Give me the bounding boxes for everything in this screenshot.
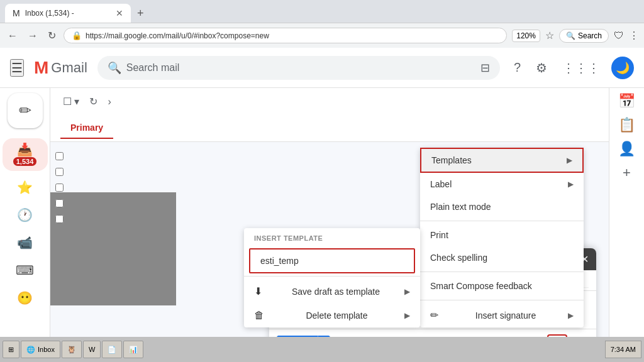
sidebar-item-keyboard[interactable]: ⌨ <box>3 259 48 282</box>
taskbar: ⊞ 🌐 Inbox 🦉 W 📄 📊 7:34 AM <box>0 337 644 362</box>
insert-signature-label: Insert signature <box>475 310 536 321</box>
mail-checkbox-4[interactable] <box>55 199 64 207</box>
settings-button[interactable]: ⚙ <box>532 57 551 79</box>
primary-tab[interactable]: Primary <box>60 118 113 139</box>
main-content: ☐ ▾ ↻ › Primary <box>50 88 609 362</box>
gmail-app: ☰ M Gmail 🔍 Search mail ⊟ ? ⚙ ⋮⋮⋮ 🌙 ✏ 📥 … <box>0 48 644 362</box>
mail-checkbox-5[interactable] <box>55 215 64 223</box>
mail-checkbox-3[interactable] <box>55 184 64 192</box>
template-submenu: INSERT TEMPLATE esti_temp ⬇ Save draft a… <box>244 228 420 327</box>
mail-list-placeholder <box>50 192 176 305</box>
calendar-button[interactable]: 📅 <box>618 93 635 109</box>
gmail-text: Gmail <box>51 60 87 76</box>
inbox-icon: 📥 <box>17 142 33 157</box>
taskbar-time: 7:34 AM <box>605 341 641 358</box>
delete-template-item[interactable]: 🗑 Delete template ▶ <box>244 304 420 327</box>
refresh-button[interactable]: ↻ <box>45 27 58 44</box>
taskbar-item-start[interactable]: ⊞ <box>3 341 19 358</box>
taskbar-item-owl[interactable]: 🦉 <box>62 341 82 358</box>
label-chevron: ▶ <box>568 180 574 189</box>
smart-compose-label: Smart Compose feedback <box>430 281 532 291</box>
keyboard-icon: ⌨ <box>16 263 34 278</box>
gmail-m-icon: M <box>34 58 48 78</box>
template-item-label: esti_temp <box>260 256 299 266</box>
sidebar-item-meet[interactable]: 📹 <box>3 231 48 254</box>
taskbar-item-browser[interactable]: 🌐 Inbox <box>21 341 60 358</box>
menu-item-print[interactable]: Print <box>420 224 584 246</box>
owl-icon: 🦉 <box>67 346 76 354</box>
left-sidebar: ✏ 📥 1,534 ⭐ 🕐 📹 ⌨ 😶 <box>0 88 50 362</box>
menu-divider-1 <box>420 221 584 221</box>
bookmark-button[interactable]: ☆ <box>545 30 554 41</box>
apps-button[interactable]: ⋮⋮⋮ <box>558 57 604 79</box>
menu-item-smart-compose[interactable]: Smart Compose feedback <box>420 275 584 297</box>
search-icon: 🔍 <box>108 61 121 75</box>
zoom-badge: 120% <box>512 30 540 42</box>
sidebar-item-inbox[interactable]: 📥 1,534 <box>3 138 48 171</box>
compose-button[interactable]: ✏ <box>8 93 43 128</box>
delete-template-chevron: ▶ <box>404 311 410 320</box>
app3-icon: 📄 <box>108 346 116 354</box>
expand-button[interactable]: › <box>105 94 113 110</box>
filter-icon[interactable]: ⊟ <box>480 61 490 75</box>
sidebar-item-snoozed[interactable]: 🕐 <box>3 204 48 226</box>
nav-bar: ← → ↻ 🔒 https://mail.google.com/mail/u/0… <box>0 23 644 48</box>
clock-icon: 🕐 <box>17 207 33 222</box>
back-button[interactable]: ← <box>5 28 20 44</box>
forward-button[interactable]: → <box>25 28 40 44</box>
tab-favicon: M <box>13 8 20 18</box>
select-checkbox[interactable]: ☐ ▾ <box>60 93 82 110</box>
label-label: Label <box>430 179 452 189</box>
contacts-button[interactable]: 👤 <box>618 141 635 157</box>
mail-checkbox-2[interactable] <box>55 168 64 176</box>
add-sidebar-button[interactable]: + <box>623 165 631 181</box>
sidebar-item-starred[interactable]: ⭐ <box>3 176 48 199</box>
right-sidebar: 📅 📋 👤 + <box>609 88 644 362</box>
tasks-button[interactable]: 📋 <box>618 117 635 133</box>
video-icon: 📹 <box>17 235 33 250</box>
menu-button[interactable]: ⋮ <box>629 30 639 41</box>
sidebar-item-more[interactable]: 😶 <box>3 287 48 309</box>
user-avatar[interactable]: 🌙 <box>611 57 634 79</box>
menu-item-insert-signature[interactable]: ✏ Insert signature ▶ <box>420 303 584 327</box>
taskbar-item-4[interactable]: 📊 <box>123 341 143 358</box>
check-spelling-label: Check spelling <box>430 253 487 263</box>
active-tab[interactable]: M Inbox (1,534) - ✕ <box>5 4 131 23</box>
gmail-logo: M Gmail <box>34 58 87 78</box>
save-draft-item[interactable]: ⬇ Save draft as template ▶ <box>244 279 420 304</box>
template-divider <box>244 276 420 277</box>
gmail-search-box[interactable]: 🔍 Search mail ⊟ <box>97 56 500 80</box>
address-bar[interactable]: 🔒 https://mail.google.com/mail/u/0/#inbo… <box>64 28 507 43</box>
mail-checkbox-1[interactable] <box>55 152 64 160</box>
tab-close-button[interactable]: ✕ <box>116 8 123 18</box>
taskbar-item-word[interactable]: W <box>83 341 101 358</box>
save-draft-chevron: ▶ <box>404 287 410 296</box>
menu-item-plain-text[interactable]: Plain text mode <box>420 195 584 218</box>
save-draft-icon: ⬇ <box>254 285 262 297</box>
lock-icon: 🔒 <box>72 31 82 40</box>
mail-toolbar: ☐ ▾ ↻ › <box>50 88 609 115</box>
menu-item-check-spelling[interactable]: Check spelling <box>420 246 584 269</box>
hamburger-menu[interactable]: ☰ <box>10 59 24 77</box>
templates-label: Templates <box>431 155 472 165</box>
help-button[interactable]: ? <box>510 57 525 79</box>
menu-item-templates[interactable]: Templates ▶ <box>420 148 584 173</box>
print-label: Print <box>430 230 448 240</box>
browser-taskbar-label: Inbox <box>38 346 55 353</box>
checkbox-column <box>50 142 69 233</box>
nav-search-bar[interactable]: 🔍 Search <box>559 29 609 43</box>
refresh-mail-button[interactable]: ↻ <box>87 93 100 110</box>
signature-chevron: ▶ <box>568 311 574 320</box>
new-tab-button[interactable]: + <box>133 7 148 20</box>
header-icons: ? ⚙ ⋮⋮⋮ 🌙 <box>510 57 634 79</box>
main-context-menu: Templates ▶ Label ▶ Plain text mode Prin… <box>420 148 584 327</box>
star-icon: ⭐ <box>17 180 33 195</box>
gmail-header: ☰ M Gmail 🔍 Search mail ⊟ ? ⚙ ⋮⋮⋮ 🌙 <box>0 48 644 88</box>
signature-icon: ✏ <box>430 309 438 321</box>
template-item-esti[interactable]: esti_temp <box>249 248 415 273</box>
taskbar-item-3[interactable]: 📄 <box>102 341 122 358</box>
tab-bar: M Inbox (1,534) - ✕ + <box>0 0 644 23</box>
menu-item-label[interactable]: Label ▶ <box>420 173 584 195</box>
browser-chrome: M Inbox (1,534) - ✕ + ← → ↻ 🔒 https://ma… <box>0 0 644 48</box>
shield-button[interactable]: 🛡 <box>614 30 624 41</box>
